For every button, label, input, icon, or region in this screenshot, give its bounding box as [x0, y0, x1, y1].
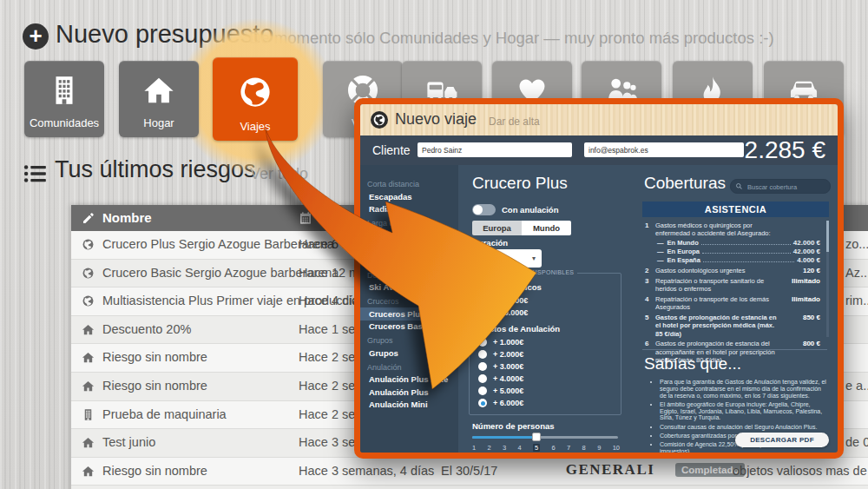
app-background: Nuevo presupuesto De momento sólo Comuni…: [0, 0, 868, 489]
coverage-subitem: —En Mundo42.000 €: [657, 239, 820, 247]
coverage-amount: Ilimitado: [792, 295, 820, 303]
coverage-number: 2: [645, 267, 655, 274]
radio-label: + 5.000€: [493, 387, 523, 395]
nav-item-grupos[interactable]: Grupos: [360, 347, 458, 360]
radio-option[interactable]: + 4.000€: [478, 373, 614, 385]
nav-item-anulación-plus-élite[interactable]: Anulación Plus Élite: [360, 373, 458, 387]
modal-title: Nuevo viaje: [395, 110, 477, 129]
coverage-body: Repatriación o transporte sanitario de h…: [655, 277, 820, 294]
zone-segmented-control: EuropaMundo: [472, 219, 571, 235]
coverage-amount: 800 €: [803, 340, 820, 347]
nav-item-cruceros-basic[interactable]: Cruceros Basic: [360, 320, 458, 334]
scrollbar-thumb[interactable]: [826, 221, 829, 252]
client-email-input[interactable]: [584, 142, 744, 157]
radio-icon: [478, 374, 487, 383]
radio-icon: [478, 350, 487, 359]
radio-option[interactable]: + 5.000€: [478, 385, 614, 397]
nav-item-anulación-mini[interactable]: Anulación Mini: [360, 399, 458, 412]
nav-item-ski-aventura-plus[interactable]: Ski Aventura Plus: [360, 281, 458, 294]
building-icon: [82, 408, 95, 424]
slider-fill: [472, 436, 536, 439]
coverages-panel: Coberturas ASISTENCIA 1Gastos médicos o …: [632, 165, 838, 453]
house-icon: [82, 323, 95, 339]
coverage-list-panel: ASISTENCIA 1Gastos médicos o quirúrgicos…: [642, 202, 829, 340]
radio-label: + 2.000€: [493, 350, 523, 359]
coverage-amount: Ilimitado: [792, 277, 820, 285]
zone-button-mundo[interactable]: Mundo: [522, 221, 571, 235]
risk-alta: Hace 3 semanas, 4 días: [299, 464, 434, 478]
radio-option[interactable]: + 6.000€: [478, 397, 614, 409]
slider-tick-7: 7: [567, 444, 570, 452]
nav-item-multiasistencia-plus[interactable]: Multiasistencia Plus: [360, 242, 458, 255]
tile-viajes[interactable]: Viajes: [213, 57, 298, 141]
modal-header: Nuevo viaje Dar de alta: [360, 104, 838, 135]
nav-item-anulación-plus[interactable]: Anulación Plus: [360, 386, 458, 399]
coverage-list: 1Gastos médicos o quirúrgicos por enferm…: [642, 217, 829, 364]
column-header-nombre[interactable]: Nombre: [102, 210, 152, 225]
radio-option[interactable]: + 3.000€: [478, 360, 614, 373]
coverage-text: Repatriación o transporte sanitario de h…: [655, 277, 782, 294]
table-row[interactable]: Prueba fallo superficie aseguradaHace 3 …: [71, 486, 868, 489]
plus-icon: [23, 23, 49, 50]
coverage-subitem: —En Europa42.000 €: [657, 248, 820, 255]
radio-icon: [478, 308, 487, 317]
zone-button-europa[interactable]: Europa: [472, 221, 522, 235]
radio-label: + 6.000€: [493, 399, 523, 407]
risk-date: El 30/5/17: [441, 464, 497, 478]
product-title: Crucero Plus: [472, 174, 568, 193]
chevron-down-icon: ▾: [532, 249, 536, 268]
risk-name: Test junio: [102, 435, 155, 449]
toggle-knob: [473, 205, 483, 215]
coverage-item: 3Repatriación o transporte sanitario de …: [645, 277, 820, 294]
column-header-alta[interactable]: Alta: [318, 210, 342, 225]
nav-item-radiales[interactable]: Radiales: [360, 203, 458, 216]
radio-option[interactable]: + 1.000€: [478, 336, 614, 348]
nav-section-header: Cruceros: [360, 294, 458, 307]
coverage-amount: 850 €: [803, 314, 820, 321]
radio-option[interactable]: + 50.000€: [478, 307, 614, 319]
nav-item-escapadas[interactable]: Escapadas: [360, 190, 458, 203]
dotted-leader: [702, 253, 791, 254]
radio-icon: [478, 296, 487, 305]
tile-hogar[interactable]: Hogar: [119, 61, 199, 137]
nav-item-multiasistencia[interactable]: Multiasistencia: [360, 229, 458, 242]
divider: [642, 349, 827, 350]
risk-name: Riesgo sin nombre: [102, 464, 207, 478]
anulacion-toggle[interactable]: [472, 204, 496, 215]
risk-name: Riesgo sin nombre: [102, 350, 207, 364]
coverage-number: 1: [645, 221, 655, 264]
coverage-text: Gastos médicos o quirúrgicos por enferme…: [655, 221, 782, 238]
coverage-search-input[interactable]: [746, 181, 827, 193]
coverage-body: Gastos odontológicos urgentes120 €: [655, 267, 820, 274]
dash-icon: —: [657, 248, 664, 255]
nav-item-multitravel[interactable]: Multitravel: [360, 254, 458, 268]
nav-section-header: Larga distancia: [360, 215, 458, 229]
duration-dropdown[interactable]: 84 días ▾: [472, 249, 542, 268]
dotted-leader: [703, 261, 794, 262]
download-pdf-button[interactable]: DESCARGAR PDF: [735, 433, 829, 447]
tip-item: Para que la garantía de Gastos de Anulac…: [660, 379, 827, 399]
dotted-leader: [701, 244, 791, 245]
table-row[interactable]: Riesgo sin nombreHace 3 semanas, 4 díasE…: [71, 458, 868, 486]
slider-ticks: 12345678910: [472, 444, 620, 452]
house-icon: [82, 380, 95, 395]
slider-tick-8: 8: [582, 444, 586, 452]
cancel-group-label: Gastos de Anulación: [478, 324, 614, 334]
house-icon: [82, 436, 95, 452]
coverage-number: 3: [645, 277, 655, 294]
dash-icon: —: [657, 256, 664, 264]
page-subtitle: De momento sólo Comunidades y Hogar — mu…: [249, 29, 774, 48]
persons-label: Número de personas: [472, 421, 555, 431]
modal-subtitle: Dar de alta: [489, 116, 540, 128]
duration-label: Duración: [472, 238, 508, 248]
slider-tick-6: 6: [552, 444, 556, 452]
radio-option[interactable]: + 2.000€: [478, 348, 614, 360]
client-name-input[interactable]: [418, 142, 572, 157]
coverage-amount: 120 €: [803, 267, 820, 274]
nav-item-cruceros-plus[interactable]: Cruceros Plus: [360, 307, 458, 320]
client-bar: Cliente 2.285 €: [360, 135, 838, 165]
house-icon: [82, 351, 95, 367]
radio-option[interactable]: + 25.000€: [478, 294, 614, 307]
slider-handle[interactable]: [532, 433, 541, 441]
tile-comunidades[interactable]: Comunidades: [24, 61, 104, 137]
